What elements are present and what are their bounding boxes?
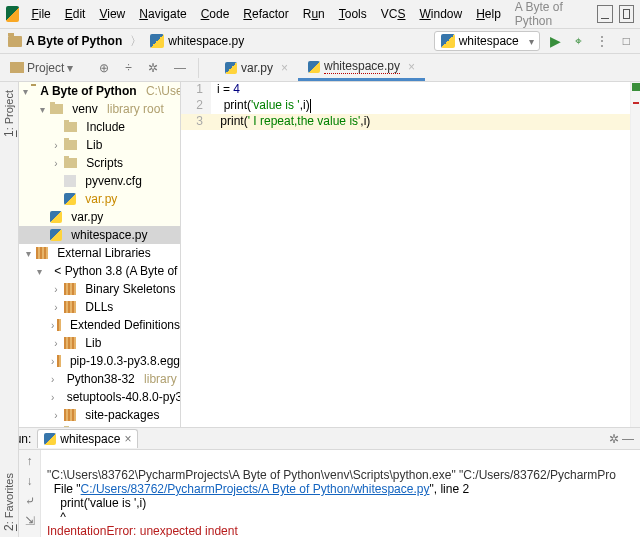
search-everywhere-button[interactable]: □ xyxy=(619,34,634,48)
window-maximize-button[interactable] xyxy=(619,5,634,23)
tree-setuptools[interactable]: › setuptools-40.8.0-py3. xyxy=(19,388,180,406)
menu-navigate[interactable]: Navigate xyxy=(133,4,192,24)
python-file-icon xyxy=(150,34,164,48)
down-button[interactable]: ↓ xyxy=(27,474,33,488)
soft-wrap-button[interactable]: ⤶ xyxy=(25,494,35,508)
code-editor[interactable]: 1i = 4 2 print('value is ',i) 3 print(' … xyxy=(181,82,640,427)
expand-all-button[interactable]: ÷ xyxy=(121,59,136,77)
menu-file[interactable]: FFileile xyxy=(25,4,56,24)
hide-panel-button[interactable]: — xyxy=(170,59,190,77)
run-config-dropdown[interactable]: whitespace xyxy=(434,31,540,51)
tree-sitepkg[interactable]: › site-packages xyxy=(19,406,180,424)
breadcrumb-root[interactable]: A Byte of Python xyxy=(6,32,124,50)
menu-view[interactable]: View xyxy=(93,4,131,24)
close-icon[interactable]: × xyxy=(408,60,415,74)
app-icon xyxy=(6,6,19,22)
chevron-right-icon: 〉 xyxy=(130,33,142,50)
output-line: File "C:/Users/83762/PycharmProjects/A B… xyxy=(47,482,469,496)
tree-varpy2[interactable]: var.py xyxy=(19,208,180,226)
run-settings-button[interactable]: ✲ — xyxy=(609,432,634,446)
tree-binary-skeletons[interactable]: › Binary Skeletons xyxy=(19,280,180,298)
window-minimize-button[interactable] xyxy=(597,5,612,23)
menu-window[interactable]: Window xyxy=(413,4,468,24)
menu-vcs[interactable]: VCS xyxy=(375,4,412,24)
menu-help[interactable]: Help xyxy=(470,4,507,24)
run-button[interactable]: ▶ xyxy=(546,33,565,49)
output-line: ^ xyxy=(47,510,66,524)
menu-run[interactable]: Run xyxy=(297,4,331,24)
more-actions-button[interactable]: ⋮ xyxy=(592,34,613,48)
tool-window-project-tab[interactable]: 1: Project xyxy=(0,86,18,141)
window-title: A Byte of Python xyxy=(515,0,589,28)
menu-tools[interactable]: Tools xyxy=(333,4,373,24)
output-line: print('value is ',i) xyxy=(47,496,146,510)
debug-button[interactable]: ⌖ xyxy=(571,34,586,48)
tree-python38[interactable]: ▾ < Python 3.8 (A Byte of Py xyxy=(19,262,180,280)
up-button[interactable]: ↑ xyxy=(27,454,33,468)
tree-scripts[interactable]: › Scripts xyxy=(19,154,180,172)
tree-external-libraries[interactable]: ▾ External Libraries xyxy=(19,244,180,262)
output-error-line: IndentationError: unexpected indent xyxy=(47,524,238,537)
tree-extended-defs[interactable]: › Extended Definitions xyxy=(19,316,180,334)
select-opened-file-button[interactable]: ⊕ xyxy=(95,59,113,77)
python-file-icon xyxy=(225,62,237,74)
error-marker[interactable] xyxy=(633,102,639,104)
tree-lib2[interactable]: › Lib xyxy=(19,334,180,352)
tree-py38-32[interactable]: › Python38-32 library ro xyxy=(19,370,180,388)
editor-tab-var[interactable]: var.py × xyxy=(215,57,298,81)
project-view-label[interactable]: Project ▾ xyxy=(6,59,77,77)
project-tree[interactable]: ▾ A Byte of Python C:\Users\8 ▾ venv lib… xyxy=(19,82,180,427)
menu-edit[interactable]: Edit xyxy=(59,4,92,24)
python-file-icon xyxy=(441,34,455,48)
close-icon[interactable]: × xyxy=(124,432,131,446)
tree-varpy[interactable]: var.py xyxy=(19,190,180,208)
run-tab-whitespace[interactable]: whitespace × xyxy=(37,429,138,448)
analysis-status-icon xyxy=(632,83,640,91)
gutter-line-3: 3 xyxy=(181,114,211,130)
file-link[interactable]: C:/Users/83762/PycharmProjects/A Byte of… xyxy=(81,482,430,496)
tree-pip[interactable]: › pip-19.0.3-py3.8.egg xyxy=(19,352,180,370)
scroll-end-button[interactable]: ⇲ xyxy=(25,514,35,528)
gutter-line-2: 2 xyxy=(181,98,211,114)
tree-root[interactable]: ▾ A Byte of Python C:\Users\8 xyxy=(19,82,180,100)
tool-window-favorites-tab[interactable]: 2: Favorites xyxy=(0,467,18,537)
breadcrumb-file[interactable]: whitespace.py xyxy=(148,32,246,50)
python-file-icon xyxy=(308,61,320,73)
editor-tab-whitespace[interactable]: whitespace.py × xyxy=(298,55,425,81)
tree-pyvenv[interactable]: pyvenv.cfg xyxy=(19,172,180,190)
folder-icon xyxy=(8,36,22,47)
tree-dlls[interactable]: › DLLs xyxy=(19,298,180,316)
tree-venv[interactable]: ▾ venv library root xyxy=(19,100,180,118)
menu-refactor[interactable]: Refactor xyxy=(237,4,294,24)
run-output[interactable]: "C:\Users\83762\PycharmProjects\A Byte o… xyxy=(41,450,640,537)
error-stripe[interactable] xyxy=(630,82,640,427)
settings-gear-button[interactable]: ✲ xyxy=(144,59,162,77)
output-line: "C:\Users\83762\PycharmProjects\A Byte o… xyxy=(47,468,616,482)
python-file-icon xyxy=(44,433,56,445)
gutter-line-1: 1 xyxy=(181,82,211,98)
tree-include[interactable]: Include xyxy=(19,118,180,136)
close-icon[interactable]: × xyxy=(281,61,288,75)
tree-lib[interactable]: › Lib xyxy=(19,136,180,154)
tree-venv2[interactable]: ▾ venv library root xyxy=(19,424,180,427)
tree-whitespace[interactable]: whitespace.py xyxy=(19,226,180,244)
menu-code[interactable]: Code xyxy=(195,4,236,24)
